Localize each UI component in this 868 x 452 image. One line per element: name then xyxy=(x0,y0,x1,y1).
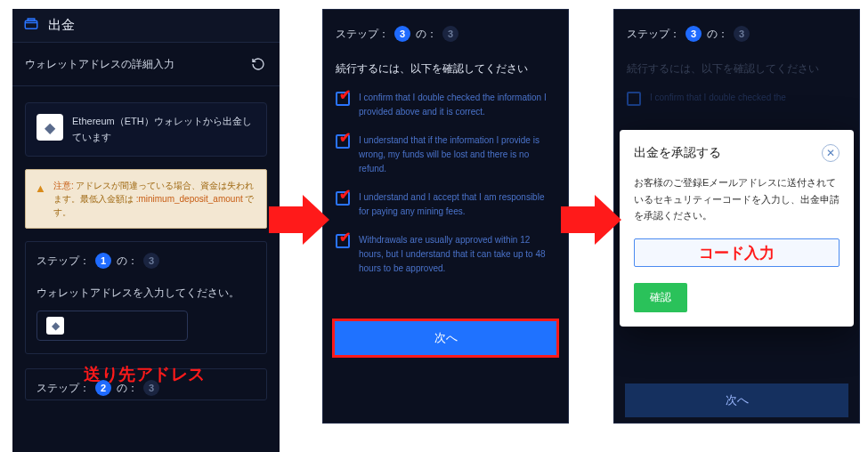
modal-body: お客様のご登録Eメールアドレスに送付されているセキュリティーコードを入力し、出金… xyxy=(634,174,840,224)
close-icon[interactable]: ✕ xyxy=(822,144,840,162)
eth-card-text: Ethereum（ETH）ウォレットから出金しています xyxy=(72,114,256,145)
confirm-check-1: ✔ I confirm that I double checked the xyxy=(627,91,847,106)
step-total-badge: 3 xyxy=(734,26,750,42)
step-total-badge: 3 xyxy=(143,380,159,396)
step-label: ステップ： xyxy=(627,27,680,42)
refresh-icon[interactable] xyxy=(249,55,267,73)
svg-rect-0 xyxy=(25,20,37,28)
checkbox-icon[interactable]: ✔ xyxy=(336,234,350,248)
step-1-block: ステップ： 1 の： 3 ウォレットアドレスを入力してください。 ◆ xyxy=(25,241,267,354)
warning-text: 注意: アドレスが間違っている場合、資金は失われます。最低入金額は :minim… xyxy=(53,179,257,219)
step-number-badge: 2 xyxy=(95,380,111,396)
step-3-line: ステップ： 3 の： 3 xyxy=(627,26,847,42)
check-text: I confirm that I double checked the xyxy=(650,91,786,105)
check-text: I confirm that I double checked the info… xyxy=(359,91,556,119)
step-number-badge: 1 xyxy=(95,253,111,269)
check-text: I understand and I accept that I am resp… xyxy=(359,190,556,219)
modal-header: 出金を承認する ✕ xyxy=(634,144,840,162)
sub-header: ウォレットアドレスの詳細入力 xyxy=(12,43,280,86)
step-label: ステップ： xyxy=(37,254,90,269)
confirm-check-3[interactable]: ✔ I understand and I accept that I am re… xyxy=(336,190,556,219)
security-code-input[interactable] xyxy=(634,238,840,267)
step-of-label: の： xyxy=(117,381,138,396)
eth-wallet-card: ◆ Ethereum（ETH）ウォレットから出金しています xyxy=(25,102,267,157)
check-text: Withdrawals are usually approved within … xyxy=(359,233,556,276)
confirm-check-1[interactable]: ✔ I confirm that I double checked the in… xyxy=(336,91,556,119)
step-of-label: の： xyxy=(117,254,138,269)
step-total-badge: 3 xyxy=(143,253,159,269)
withdraw-panel-step3-confirm: ステップ： 3 の： 3 続行するには、以下を確認してください ✔ I conf… xyxy=(322,9,569,424)
sub-header-text: ウォレットアドレスの詳細入力 xyxy=(25,57,174,72)
step-1-line: ステップ： 1 の： 3 xyxy=(37,253,256,269)
checkbox-icon: ✔ xyxy=(627,92,641,106)
confirm-title: 続行するには、以下を確認してください xyxy=(336,61,556,77)
step-1-desc: ウォレットアドレスを入力してください。 xyxy=(37,285,256,302)
code-input-wrap: コード入力 xyxy=(634,238,840,267)
check-text: I understand that if the information I p… xyxy=(359,133,556,176)
confirm-check-4[interactable]: ✔ Withdrawals are usually approved withi… xyxy=(336,233,556,276)
step-of-label: の： xyxy=(707,27,728,42)
checkbox-icon[interactable]: ✔ xyxy=(336,92,350,106)
panel-header: 出金 xyxy=(12,9,280,43)
next-button[interactable]: 次へ xyxy=(332,319,559,358)
modal-title: 出金を承認する xyxy=(634,145,721,161)
address-input[interactable]: ◆ xyxy=(37,311,188,341)
step-label: ステップ： xyxy=(336,27,389,42)
step-2-block: ステップ： 2 の： 3 xyxy=(25,368,267,400)
confirm-button[interactable]: 確認 xyxy=(634,283,687,312)
step-2-line: ステップ： 2 の： 3 xyxy=(37,380,256,396)
withdraw-panel-approve: ステップ： 3 の： 3 続行するには、以下を確認してください ✔ I conf… xyxy=(613,9,860,424)
checkbox-icon[interactable]: ✔ xyxy=(336,134,350,149)
wallet-icon xyxy=(23,16,39,35)
next-button-disabled: 次へ xyxy=(625,383,848,417)
step-3-line: ステップ： 3 の： 3 xyxy=(336,26,556,42)
step-number-badge: 3 xyxy=(685,26,702,42)
withdraw-panel-step1: 出金 ウォレットアドレスの詳細入力 ◆ Ethereum（ETH）ウォレットから… xyxy=(12,9,280,452)
warning-box: ▲ 注意: アドレスが間違っている場合、資金は失われます。最低入金額は :min… xyxy=(25,169,267,229)
step-total-badge: 3 xyxy=(442,26,458,42)
step-label: ステップ： xyxy=(37,381,90,396)
eth-icon: ◆ xyxy=(37,114,63,141)
eth-mini-icon: ◆ xyxy=(46,317,64,335)
page-title: 出金 xyxy=(48,17,75,34)
step-number-badge: 3 xyxy=(394,26,410,42)
approve-modal: 出金を承認する ✕ お客様のご登録Eメールアドレスに送付されているセキュリティー… xyxy=(620,130,854,327)
step-of-label: の： xyxy=(416,27,437,42)
confirm-check-2[interactable]: ✔ I understand that if the information I… xyxy=(336,133,556,176)
confirm-title: 続行するには、以下を確認してください xyxy=(627,61,847,77)
warning-icon: ▲ xyxy=(35,180,46,198)
checkbox-icon[interactable]: ✔ xyxy=(336,191,350,206)
